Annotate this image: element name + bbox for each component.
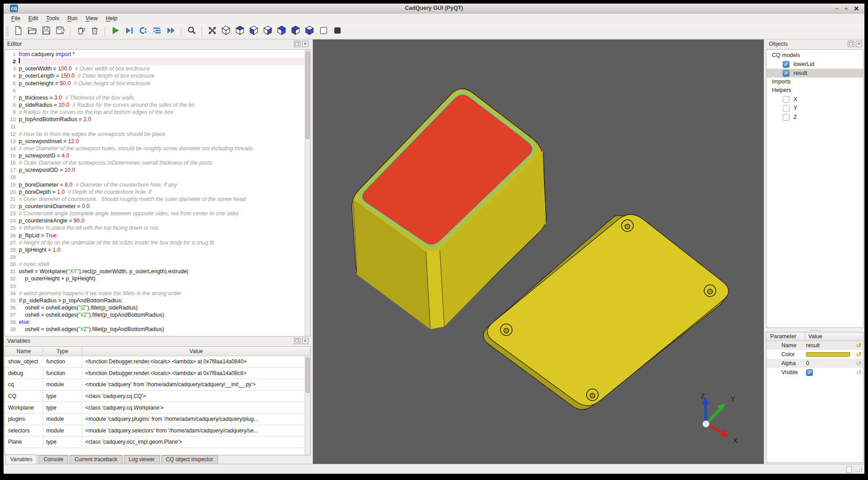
variables-column-value[interactable]: Value	[82, 347, 310, 356]
editor-scrollbar[interactable]	[305, 50, 310, 336]
parameter-value[interactable]	[806, 352, 854, 357]
object-item-result[interactable]: ✓result	[767, 69, 863, 78]
variable-row[interactable]: selectorsmodule<module 'cadquery.selecto…	[5, 425, 304, 437]
editor-scrollbar-thumb[interactable]	[306, 51, 310, 139]
variable-row[interactable]: pluginsmodule<module 'cadquery.plugins' …	[5, 414, 304, 425]
view-back-button[interactable]	[276, 25, 288, 37]
checked-checkbox[interactable]: ✓	[783, 70, 789, 77]
undo-icon[interactable]: ↺	[854, 369, 863, 375]
fit-view-button[interactable]	[206, 25, 218, 37]
view-top-button[interactable]	[234, 25, 246, 37]
tab-console[interactable]: Console	[39, 455, 68, 464]
parameter-row-alpha[interactable]: Alpha0↺	[767, 359, 863, 368]
variable-row[interactable]: Workplanetype<class 'cadquery.cq.Workpla…	[5, 402, 304, 414]
menu-edit[interactable]: Edit	[24, 14, 42, 22]
code-line: 30# outer shell	[5, 261, 304, 268]
code-line: 11	[5, 123, 304, 130]
parameter-row-visible[interactable]: Visible✓↺	[767, 368, 863, 377]
tab-cq-object-inspector[interactable]: CQ object inspector	[161, 455, 218, 464]
variables-column-type[interactable]: Type	[43, 347, 82, 356]
unchecked-checkbox[interactable]	[783, 96, 789, 103]
debug-step-button[interactable]	[123, 25, 135, 37]
code-line-text	[19, 87, 304, 94]
tab-variables[interactable]: Variables	[5, 454, 37, 464]
right-pane-splitter[interactable]	[765, 329, 864, 332]
open-file-button[interactable]	[26, 25, 38, 37]
close-panel-button[interactable]: ✕	[302, 338, 308, 344]
color-swatch[interactable]	[806, 352, 850, 357]
menu-help[interactable]: Help	[102, 14, 122, 22]
trash-button[interactable]	[88, 25, 101, 37]
view-iso-button[interactable]	[220, 25, 232, 37]
variable-row[interactable]: cqmodule<module 'cadquery' from '/home/a…	[5, 379, 304, 391]
code-line-text	[19, 283, 304, 290]
variable-row[interactable]: debugfunction<function Debugger.render.<…	[5, 368, 304, 380]
variable-type: type	[43, 391, 82, 402]
line-number: 24	[5, 217, 19, 224]
unchecked-checkbox[interactable]	[783, 105, 789, 112]
objects-panel: Objects ✕ CQ models✓lowerLid✓resultImpor…	[765, 39, 864, 329]
object-item-z[interactable]: Z	[767, 113, 863, 122]
parameter-value[interactable]: 0	[806, 360, 854, 367]
toolbar-drag-handle[interactable]	[5, 26, 9, 37]
minimize-button[interactable]: −	[835, 4, 838, 13]
menu-run[interactable]: Run	[63, 14, 82, 22]
shaded-mode-button[interactable]	[331, 25, 343, 37]
float-panel-button[interactable]	[294, 338, 300, 344]
variable-row[interactable]: Planetype<class 'cadquery.occ_impl.geom.…	[5, 436, 304, 448]
object-item-lowerlid[interactable]: ✓lowerLid	[767, 60, 863, 69]
close-button[interactable]: ✕	[854, 4, 859, 13]
maximize-button[interactable]: +	[844, 4, 848, 13]
code-editor[interactable]: 1from cadquery import *23p_outerWidth = …	[4, 49, 311, 336]
variable-value: <class 'cadquery.cq.CQ'>	[82, 391, 304, 402]
parameter-value[interactable]: result	[806, 342, 854, 349]
undo-icon[interactable]: ↺	[854, 360, 863, 367]
titlebar[interactable]: cq CadQuery GUI (PyQT) − + ✕	[4, 4, 864, 13]
resize-grip[interactable]	[856, 466, 863, 472]
result-box-model[interactable]	[352, 89, 546, 329]
view-left-button[interactable]	[289, 25, 302, 37]
continue-button[interactable]	[165, 25, 177, 37]
undo-icon[interactable]: ↺	[854, 351, 863, 358]
variables-column-name[interactable]: Name	[5, 347, 43, 356]
unchecked-checkbox[interactable]	[783, 114, 789, 121]
variables-scrollbar[interactable]	[305, 356, 310, 455]
variable-row[interactable]: CQtype<class 'cadquery.cq.CQ'>	[5, 391, 304, 402]
parameter-row-name[interactable]: Nameresult↺	[767, 341, 863, 350]
save-button[interactable]	[40, 25, 52, 37]
float-panel-button[interactable]	[848, 41, 854, 47]
code-line-text: p_sideRadius = 10.0 # Radius for the cur…	[19, 101, 304, 109]
step-into-button[interactable]	[137, 25, 149, 37]
tree-group-cq-models[interactable]: CQ models	[767, 51, 863, 60]
delete-item-button[interactable]	[75, 25, 87, 37]
tab-log-viewer[interactable]: Log viewer	[124, 455, 160, 464]
zoom-search-button[interactable]	[185, 25, 197, 37]
variable-row[interactable]: show_objectfunction<function Debugger.re…	[5, 356, 304, 368]
viewport-3d[interactable]: Z Y X	[313, 39, 764, 464]
menu-view[interactable]: View	[82, 14, 102, 22]
object-item-y[interactable]: Y	[767, 104, 863, 113]
parameter-value[interactable]: ✓	[806, 369, 854, 376]
menu-tools[interactable]: Tools	[42, 14, 63, 22]
object-item-x[interactable]: X	[767, 95, 863, 104]
close-panel-button[interactable]: ✕	[302, 41, 308, 47]
visible-checkbox[interactable]: ✓	[806, 369, 813, 376]
view-bottom-button[interactable]	[248, 25, 260, 37]
run-script-button[interactable]	[109, 25, 121, 37]
view-front-button[interactable]	[262, 25, 274, 37]
float-panel-button[interactable]	[294, 41, 300, 47]
parameter-row-color[interactable]: Color↺	[767, 350, 863, 359]
save-as-button[interactable]	[54, 25, 66, 37]
new-file-button[interactable]	[12, 25, 24, 37]
tab-current-traceback[interactable]: Current traceback	[70, 455, 122, 464]
checked-checkbox[interactable]: ✓	[783, 61, 789, 68]
tree-group-helpers[interactable]: Helpers	[767, 86, 863, 95]
close-panel-button[interactable]: ✕	[856, 41, 862, 47]
menu-file[interactable]: File	[7, 14, 24, 22]
view-right-button[interactable]	[303, 25, 316, 37]
wireframe-mode-button[interactable]	[317, 25, 329, 37]
undo-icon[interactable]: ↺	[854, 342, 863, 349]
variables-scrollbar-thumb[interactable]	[306, 357, 310, 393]
tree-group-imports[interactable]: Imports	[767, 78, 863, 86]
step-over-button[interactable]	[151, 25, 163, 37]
